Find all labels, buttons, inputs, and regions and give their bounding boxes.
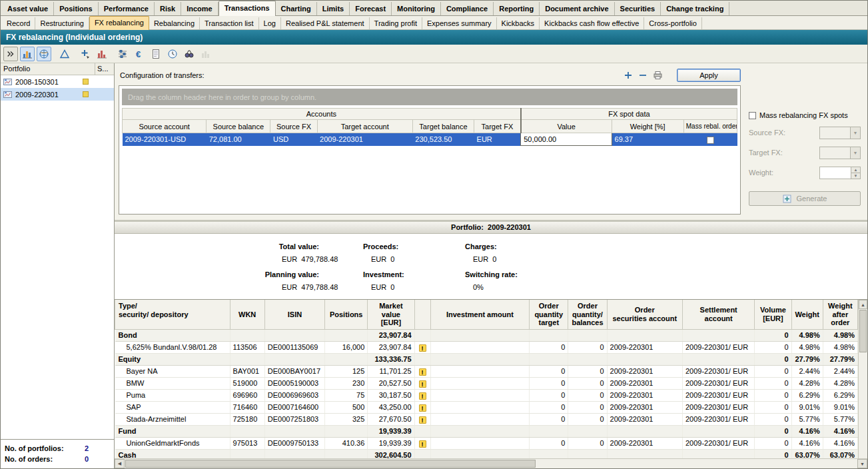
mass-rebalancing-checkbox[interactable] xyxy=(749,112,756,119)
report-icon[interactable] xyxy=(149,47,163,61)
main-tab[interactable]: Securities xyxy=(615,2,661,15)
generate-label: Generate xyxy=(797,195,827,203)
position-row[interactable]: 5,625% Bundanl.V.98/01.28 113506 DE00011… xyxy=(115,341,858,353)
sub-tab[interactable]: Kickbacks xyxy=(497,17,540,29)
position-row[interactable]: BMW 519000 DE0005190003 230 20,527.50 ! … xyxy=(115,377,858,389)
column-header[interactable]: Type/ security/ depository xyxy=(115,300,230,329)
sub-tab[interactable]: Expenses summary xyxy=(422,17,497,29)
vertical-scrollbar[interactable]: ▲ xyxy=(858,300,867,458)
add-order-icon[interactable] xyxy=(78,47,93,61)
binoculars-icon[interactable] xyxy=(182,47,197,61)
globe-icon[interactable] xyxy=(37,47,51,61)
main-tab[interactable]: Limits xyxy=(317,2,350,15)
delta-icon[interactable] xyxy=(57,47,72,61)
group-by-hint[interactable]: Drag the column header here in order to … xyxy=(122,89,737,105)
column-header[interactable]: Target FX xyxy=(474,120,521,133)
vertical-scroll-thumb[interactable] xyxy=(859,310,867,352)
main-tab[interactable]: Charting xyxy=(276,2,317,15)
sub-tab[interactable]: Log xyxy=(259,17,281,29)
column-header[interactable]: Volume [EUR] xyxy=(755,300,791,329)
cell-warning: ! xyxy=(414,377,430,389)
remove-transfer-icon[interactable] xyxy=(636,69,650,82)
horizontal-scroll-track[interactable] xyxy=(125,459,857,468)
main-tab[interactable]: Monitoring xyxy=(392,2,441,15)
column-header[interactable]: Settlement account xyxy=(682,300,754,329)
apply-button[interactable]: Apply xyxy=(677,69,741,82)
column-header[interactable]: Order quantity target xyxy=(530,300,568,329)
position-row[interactable]: Stada-Arzneimittel 725180 DE0007251803 3… xyxy=(115,413,858,425)
main-tab[interactable]: Transactions xyxy=(218,1,276,16)
mass-rebal-order-checkbox[interactable] xyxy=(707,137,714,144)
main-tab[interactable]: Forecast xyxy=(350,2,392,15)
column-header[interactable]: WKN xyxy=(230,300,264,329)
portfolio-item[interactable]: 2008-150301 xyxy=(1,75,114,88)
position-row[interactable]: SAP 716460 DE0007164600 500 43,250.00 ! … xyxy=(115,401,858,413)
column-header[interactable]: Market value [EUR] xyxy=(368,300,414,329)
main-tab[interactable]: Asset value xyxy=(2,2,54,15)
transfer-row[interactable]: 2009-220301-USD 72,081.00 USD 2009-22030… xyxy=(123,133,737,146)
status-column-header[interactable]: S... xyxy=(95,63,114,75)
chart-icon[interactable] xyxy=(20,47,35,61)
portfolio-column-header[interactable]: Portfolio xyxy=(1,63,95,75)
delete-chart-icon[interactable] xyxy=(95,47,109,61)
sub-tab[interactable]: FX rebalancing xyxy=(89,16,149,30)
print-icon[interactable] xyxy=(650,69,665,82)
main-tab[interactable]: Positions xyxy=(54,2,99,15)
sub-tab[interactable]: Realised P&L statement xyxy=(281,17,370,29)
main-tab[interactable]: Compliance xyxy=(441,2,494,15)
horizontal-scrollbar[interactable]: ◀ ▼ xyxy=(115,458,867,468)
main-tab[interactable]: Reporting xyxy=(494,2,540,15)
main-tab[interactable]: Performance xyxy=(99,2,155,15)
summary-field-value: EUR 0 xyxy=(465,254,585,264)
spinner-up-icon[interactable]: ▲ xyxy=(851,167,860,173)
position-row[interactable]: Puma 696960 DE0006969603 75 30,187.50 ! … xyxy=(115,389,858,401)
sub-tab[interactable]: Cross-portfolio xyxy=(644,17,702,29)
sliders-icon[interactable] xyxy=(115,47,130,61)
position-row[interactable]: Cash 302,604.50 ! xyxy=(115,449,858,458)
expand-icon[interactable] xyxy=(3,47,18,61)
sub-tab[interactable]: Rebalancing xyxy=(149,17,200,29)
main-tab[interactable]: Income xyxy=(181,2,218,15)
portfolio-item[interactable]: 2009-220301 xyxy=(1,88,114,101)
position-row[interactable]: UnionGeldmarktFonds 975013 DE0009750133 … xyxy=(115,437,858,449)
main-tab[interactable]: Change tracking xyxy=(661,2,729,15)
main-tab[interactable]: Document archive xyxy=(540,2,614,15)
column-header[interactable]: Order quantity/ balances xyxy=(568,300,607,329)
euro-icon[interactable]: € xyxy=(132,47,147,61)
column-header[interactable]: Mass rebal. order xyxy=(683,120,737,133)
sub-tab[interactable]: Trading profit xyxy=(370,17,422,29)
column-header[interactable]: Source FX xyxy=(270,120,317,133)
column-header[interactable]: Investment amount xyxy=(430,300,530,329)
column-header[interactable]: Source balance xyxy=(207,120,270,133)
column-header[interactable]: Target balance xyxy=(412,120,474,133)
position-row[interactable]: Fund 19,939.39 ! xyxy=(115,425,858,437)
column-header[interactable]: Target account xyxy=(317,120,412,133)
value-editor[interactable]: 50,000.00 xyxy=(521,133,612,146)
cell-isin: DE0005190003 xyxy=(264,377,324,389)
column-header[interactable]: Source account xyxy=(123,120,207,133)
column-header[interactable]: Order securities account xyxy=(607,300,682,329)
position-row[interactable]: Bond 23,907.84 ! xyxy=(115,329,858,341)
mass-rebalancing-row[interactable]: Mass rebalancing FX spots xyxy=(749,111,861,119)
column-header[interactable]: Positions xyxy=(325,300,368,329)
sub-tab[interactable]: Transaction list xyxy=(200,17,259,29)
horizontal-scroll-thumb[interactable] xyxy=(125,460,536,468)
sub-tab[interactable]: Restructuring xyxy=(35,17,89,29)
column-header[interactable]: Weight after order xyxy=(823,300,857,329)
position-row[interactable]: Bayer NA BAY001 DE000BAY0017 125 11,701.… xyxy=(115,365,858,377)
add-transfer-icon[interactable] xyxy=(621,69,636,82)
scroll-down-icon[interactable]: ▼ xyxy=(857,459,867,468)
sub-tab[interactable]: Record xyxy=(2,17,35,29)
main-tab[interactable]: Risk xyxy=(155,2,181,15)
column-header[interactable]: ISIN xyxy=(264,300,324,329)
position-row[interactable]: Equity 133,336.75 ! xyxy=(115,353,858,365)
column-header[interactable]: Weight xyxy=(791,300,823,329)
cell-order-qty-balances: 0 xyxy=(568,401,607,413)
column-header[interactable]: Weight [%] xyxy=(612,120,683,133)
column-header[interactable]: Value xyxy=(521,120,612,133)
scroll-left-icon[interactable]: ◀ xyxy=(115,459,125,468)
scroll-up-icon[interactable]: ▲ xyxy=(859,300,867,309)
clock-icon[interactable] xyxy=(165,47,180,61)
sub-tab[interactable]: Kickbacks cash flow effective xyxy=(540,17,644,29)
spinner-down-icon[interactable]: ▼ xyxy=(851,173,860,179)
